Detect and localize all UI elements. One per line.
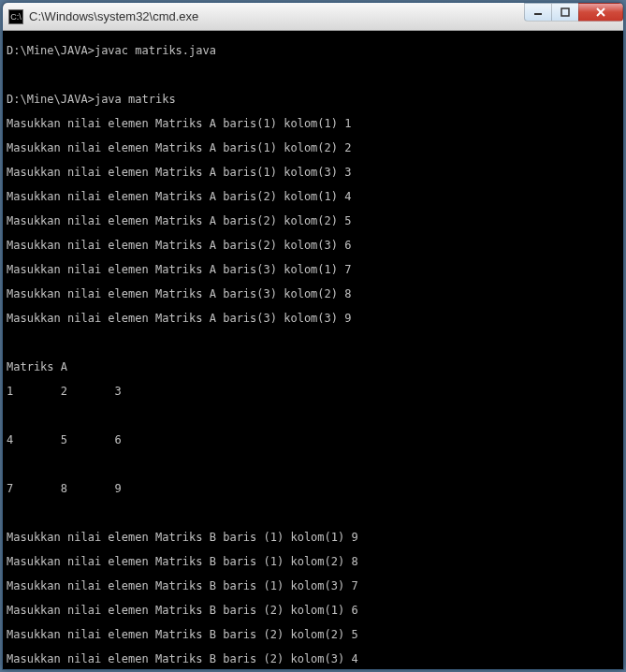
terminal-line: Masukkan nilai elemen Matriks A baris(2)… <box>7 215 619 227</box>
terminal-line <box>7 69 619 81</box>
terminal-line <box>7 507 619 519</box>
terminal-line: 7 8 9 <box>7 483 619 495</box>
minimize-icon <box>533 7 543 17</box>
terminal-line: Masukkan nilai elemen Matriks A baris(3)… <box>7 313 619 325</box>
cmd-window: C:\ C:\Windows\system32\cmd.exe D:\Mine\… <box>2 2 624 670</box>
terminal-line: Masukkan nilai elemen Matriks A baris(3)… <box>7 264 619 276</box>
terminal-line: Masukkan nilai elemen Matriks A baris(1)… <box>7 118 619 130</box>
svg-rect-1 <box>561 8 569 16</box>
maximize-button[interactable] <box>551 3 579 22</box>
terminal-line: 4 5 6 <box>7 434 619 446</box>
titlebar[interactable]: C:\ C:\Windows\system32\cmd.exe <box>3 3 623 31</box>
terminal-line: Masukkan nilai elemen Matriks B baris (2… <box>7 653 619 665</box>
terminal-line: Masukkan nilai elemen Matriks B baris (1… <box>7 532 619 544</box>
close-icon <box>595 7 606 18</box>
terminal-line: 1 2 3 <box>7 386 619 398</box>
terminal-area[interactable]: D:\Mine\JAVA>javac matriks.java D:\Mine\… <box>3 31 623 669</box>
window-controls <box>525 3 623 23</box>
terminal-line: D:\Mine\JAVA>java matriks <box>7 94 619 106</box>
terminal-line: Masukkan nilai elemen Matriks A baris(2)… <box>7 191 619 203</box>
terminal-line <box>7 459 619 471</box>
maximize-icon <box>560 7 570 17</box>
window-title: C:\Windows\system32\cmd.exe <box>29 9 198 23</box>
terminal-line: Masukkan nilai elemen Matriks B baris (2… <box>7 629 619 641</box>
terminal-line <box>7 410 619 422</box>
terminal-line: Masukkan nilai elemen Matriks A baris(1)… <box>7 142 619 154</box>
cmd-icon: C:\ <box>8 9 23 24</box>
terminal-line: Masukkan nilai elemen Matriks A baris(2)… <box>7 240 619 252</box>
terminal-line: Matriks A <box>7 361 619 373</box>
minimize-button[interactable] <box>524 3 552 22</box>
terminal-line: D:\Mine\JAVA>javac matriks.java <box>7 45 619 57</box>
terminal-line: Masukkan nilai elemen Matriks A baris(1)… <box>7 167 619 179</box>
terminal-line: Masukkan nilai elemen Matriks B baris (1… <box>7 556 619 568</box>
terminal-line <box>7 337 619 349</box>
terminal-line: Masukkan nilai elemen Matriks B baris (2… <box>7 605 619 617</box>
close-button[interactable] <box>578 3 623 22</box>
terminal-line: Masukkan nilai elemen Matriks A baris(3)… <box>7 288 619 300</box>
terminal-line: Masukkan nilai elemen Matriks B baris (1… <box>7 580 619 592</box>
